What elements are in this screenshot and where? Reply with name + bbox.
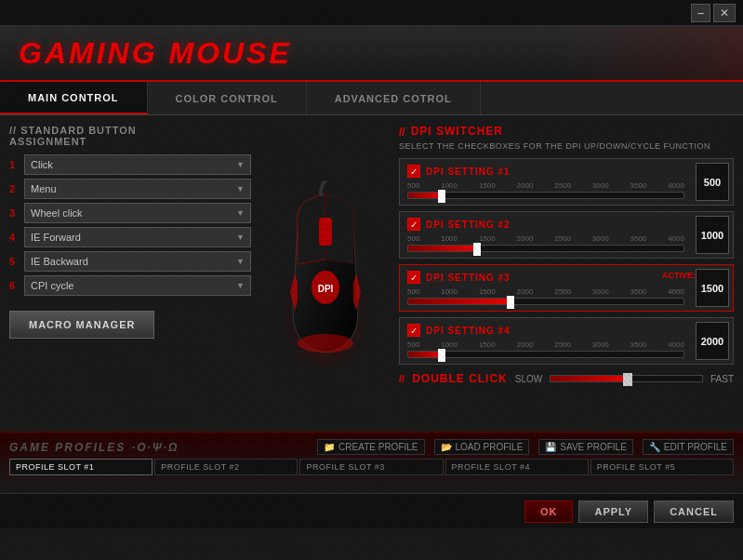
- button-row-2: 2 Menu ▼: [9, 179, 251, 199]
- dc-slider-track[interactable]: [550, 375, 703, 382]
- dpi-checkbox-4[interactable]: ✓: [407, 324, 420, 337]
- dc-prefix: //: [399, 373, 405, 384]
- button-row-4: 4 IE Forward ▼: [9, 227, 251, 247]
- profile-slot-5[interactable]: PROFILE SLOT #5: [590, 459, 734, 475]
- left-panel: // STANDARD BUTTON ASSIGNMENT 1 Click ▼ …: [9, 125, 251, 422]
- tab-main-control[interactable]: MAIN CONTROL: [0, 82, 148, 114]
- button-select-6[interactable]: CPI cycle ▼: [24, 275, 251, 296]
- dropdown-arrow-1: ▼: [236, 160, 245, 169]
- dc-title: DOUBLE CLICK: [412, 372, 508, 385]
- dpi-label-4: DPI SETTING #4: [426, 326, 511, 336]
- dpi-slider-track-3[interactable]: [407, 298, 684, 305]
- title-bar: – ✕: [0, 0, 743, 26]
- dpi-value-2[interactable]: 1000: [696, 216, 729, 254]
- dpi-label-2: DPI SETTING #2: [426, 220, 511, 230]
- dpi-scale-2: 5001000150020002500300035004000: [407, 234, 684, 243]
- dpi-slider-track-1[interactable]: [407, 192, 684, 199]
- edit-icon: 🔧: [649, 442, 660, 452]
- row-num-6: 6: [9, 280, 19, 291]
- svg-point-8: [298, 334, 353, 353]
- dropdown-arrow-2: ▼: [236, 184, 245, 193]
- tab-color-control[interactable]: COLOR CONTROL: [148, 82, 307, 114]
- load-profile-button[interactable]: 📂 LOAD PROFILE: [434, 439, 530, 455]
- cancel-button[interactable]: CANCEL: [654, 500, 734, 523]
- dropdown-arrow-4: ▼: [236, 233, 245, 242]
- dpi-slider-track-2[interactable]: [407, 245, 684, 252]
- profile-slot-3[interactable]: PROFILE SLOT #3: [299, 459, 443, 475]
- button-rows: 1 Click ▼ 2 Menu ▼ 3 Wheel click ▼: [9, 154, 251, 296]
- profile-slot-1[interactable]: PROFILE SLOT #1: [9, 459, 153, 475]
- minimize-button[interactable]: –: [691, 4, 710, 22]
- button-select-4[interactable]: IE Forward ▼: [24, 227, 251, 247]
- svg-text:DPI: DPI: [317, 284, 333, 294]
- profiles-header: GAME PROFILES ·O·Ψ·Ω 📁 CREATE PROFILE 📂 …: [9, 438, 734, 455]
- profile-slots: PROFILE SLOT #1 PROFILE SLOT #2 PROFILE …: [9, 459, 734, 475]
- close-button[interactable]: ✕: [713, 4, 736, 22]
- dpi-label-1: DPI SETTING #1: [426, 167, 511, 177]
- footer: OK APPLY CANCEL: [0, 493, 743, 528]
- create-icon: 📁: [324, 442, 335, 452]
- profile-actions: 📁 CREATE PROFILE 📂 LOAD PROFILE 💾 SAVE P…: [317, 439, 734, 455]
- standard-button-title: // STANDARD BUTTON ASSIGNMENT: [9, 125, 251, 147]
- load-icon: 📂: [441, 442, 452, 452]
- ok-button[interactable]: OK: [524, 500, 574, 523]
- dpi-value-1[interactable]: 500: [696, 163, 729, 201]
- macro-manager-button[interactable]: MACRO MANAGER: [9, 311, 154, 339]
- logo-text: GAMING MOUSE: [19, 38, 292, 68]
- mouse-area: DPI: [260, 125, 390, 422]
- dpi-setting-1: ✓ DPI SETTING #1 500 5001000150020002500…: [399, 158, 734, 206]
- header: GAMING MOUSE: [0, 26, 743, 82]
- profiles-section: GAME PROFILES ·O·Ψ·Ω 📁 CREATE PROFILE 📂 …: [0, 432, 743, 493]
- save-icon: 💾: [545, 442, 556, 452]
- dpi-setting-3: ✓ DPI SETTING #3 ACTIVE: 1500 5001000150…: [399, 264, 734, 312]
- button-row-6: 6 CPI cycle ▼: [9, 275, 251, 296]
- dropdown-arrow-5: ▼: [236, 257, 245, 266]
- mouse-image: DPI: [270, 180, 381, 367]
- dpi-setting-2: ✓ DPI SETTING #2 1000 500100015002000250…: [399, 211, 734, 259]
- dpi-checkbox-3[interactable]: ✓: [407, 271, 420, 284]
- dropdown-arrow-3: ▼: [236, 208, 245, 218]
- profile-slot-4[interactable]: PROFILE SLOT #4: [445, 459, 589, 475]
- dpi-scale-1: 5001000150020002500300035004000: [407, 181, 684, 190]
- row-num-2: 2: [9, 183, 19, 194]
- double-click-section: // DOUBLE CLICK SLOW FAST: [399, 372, 734, 385]
- dpi-checkbox-1[interactable]: ✓: [407, 165, 420, 178]
- nav-tabs: MAIN CONTROL COLOR CONTROL ADVANCED COTR…: [0, 82, 743, 115]
- edit-profile-button[interactable]: 🔧 EDIT PROFILE: [643, 439, 734, 455]
- dpi-setting-4: ✓ DPI SETTING #4 2000 500100015002000250…: [399, 317, 734, 365]
- row-num-4: 4: [9, 232, 19, 243]
- create-profile-button[interactable]: 📁 CREATE PROFILE: [317, 439, 424, 455]
- row-num-5: 5: [9, 256, 19, 267]
- dpi-label-3: DPI SETTING #3: [426, 273, 511, 283]
- profile-slot-2[interactable]: PROFILE SLOT #2: [154, 459, 298, 475]
- button-row-1: 1 Click ▼: [9, 154, 251, 175]
- dpi-section-title: DPI SWITCHER: [411, 125, 503, 138]
- row-num-1: 1: [9, 159, 19, 170]
- dc-slow-label: SLOW: [515, 374, 542, 384]
- save-profile-button[interactable]: 💾 SAVE PROFILE: [538, 439, 633, 455]
- dpi-checkbox-2[interactable]: ✓: [407, 218, 420, 231]
- button-select-2[interactable]: Menu ▼: [24, 179, 251, 199]
- dpi-slider-track-4[interactable]: [407, 351, 684, 358]
- profiles-title: GAME PROFILES ·O·Ψ·Ω: [9, 438, 179, 455]
- dpi-value-4[interactable]: 2000: [696, 322, 729, 360]
- dpi-scale-4: 5001000150020002500300035004000: [407, 340, 684, 349]
- dc-fast-label: FAST: [710, 374, 734, 384]
- right-panel: // DPI SWITCHER SELECT THE CHECKBOXES FO…: [399, 125, 734, 422]
- active-badge: ACTIVE:: [662, 271, 696, 280]
- apply-button[interactable]: APPLY: [578, 500, 648, 523]
- dpi-scale-3: 5001000150020002500300035004000: [407, 287, 684, 296]
- dropdown-arrow-6: ▼: [236, 281, 245, 290]
- dpi-title-prefix: //: [399, 126, 405, 139]
- button-row-5: 5 IE Backward ▼: [9, 251, 251, 272]
- button-select-5[interactable]: IE Backward ▼: [24, 251, 251, 272]
- row-num-3: 3: [9, 207, 19, 219]
- button-row-3: 3 Wheel click ▼: [9, 203, 251, 223]
- dpi-value-3[interactable]: 1500: [696, 269, 729, 307]
- main-content: // STANDARD BUTTON ASSIGNMENT 1 Click ▼ …: [0, 115, 743, 432]
- button-select-3[interactable]: Wheel click ▼: [24, 203, 251, 223]
- tab-advanced-control[interactable]: ADVANCED COTROL: [307, 82, 481, 114]
- dpi-subtitle: SELECT THE CHECKBOXES FOR THE DPI UP/DOW…: [399, 141, 734, 151]
- button-select-1[interactable]: Click ▼: [24, 154, 251, 175]
